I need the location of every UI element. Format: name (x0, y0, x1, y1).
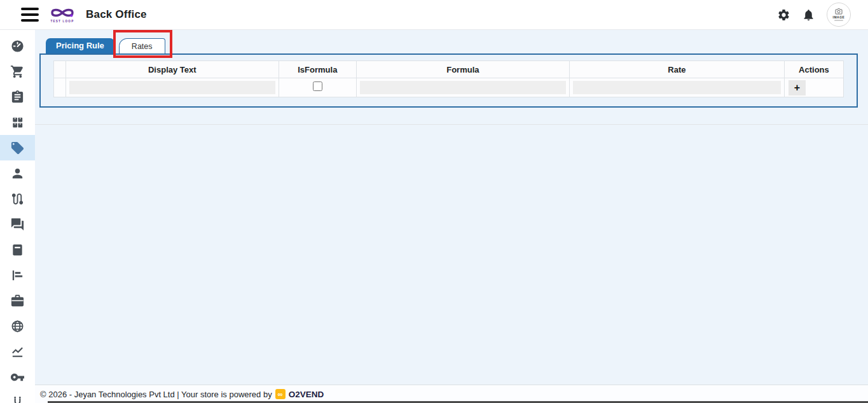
column-header-empty (54, 61, 66, 78)
page-title: Back Office (86, 8, 147, 21)
customer-person-icon (10, 166, 25, 181)
sidebar-item-catalog[interactable] (0, 237, 35, 262)
copyright-text: © 2026 - Jeyan Technologies Pvt Ltd | Yo… (40, 390, 272, 399)
display-text-input[interactable] (69, 81, 275, 94)
column-header-formula: Formula (356, 61, 569, 78)
price-tag-icon (10, 141, 25, 155)
sidebar-item-routes[interactable] (0, 186, 35, 211)
app-logo[interactable]: TEST LOOP (48, 5, 76, 24)
notifications-bell-icon[interactable] (802, 8, 815, 22)
rates-table: Display Text IsFormula Formula Rate Acti… (53, 60, 844, 97)
table-row: + (54, 78, 844, 97)
pricing-rule-panel: Display Text IsFormula Formula Rate Acti… (39, 53, 858, 108)
tab-pricing-rule[interactable]: Pricing Rule (46, 38, 114, 53)
line-chart-icon (10, 344, 25, 359)
sidebar-item-cart[interactable] (0, 59, 35, 84)
column-header-actions: Actions (784, 61, 843, 78)
sidebar-item-messages[interactable] (0, 211, 35, 237)
avatar-caption-line (834, 20, 843, 21)
hamburger-menu-icon[interactable] (21, 8, 39, 22)
user-avatar-placeholder[interactable]: IMAGE (827, 3, 851, 27)
chat-bubbles-icon (10, 217, 25, 232)
sidebar-item-reports[interactable] (0, 262, 35, 288)
row-select-cell (54, 78, 66, 97)
sidebar-item-business[interactable] (0, 288, 35, 313)
sidebar-item-dashboard[interactable] (0, 33, 35, 59)
sidebar-item-customers[interactable] (0, 160, 35, 186)
formula-input[interactable] (360, 81, 566, 94)
logo-text: TEST LOOP (51, 20, 74, 23)
o2vend-logo-icon: ∞ (275, 389, 286, 399)
bar-chart-icon (10, 268, 25, 283)
book-icon (10, 243, 25, 257)
main-content: Pricing Rule Rates Display Text (35, 30, 868, 385)
table-header-row: Display Text IsFormula Formula Rate Acti… (54, 61, 844, 78)
tab-bar: Pricing Rule Rates (46, 38, 868, 53)
footer: © 2026 - Jeyan Technologies Pvt Ltd | Yo… (35, 385, 868, 403)
plug-icon (10, 395, 25, 403)
content-divider (35, 124, 868, 125)
sidebar (0, 30, 35, 403)
gauge-dashboard-icon (10, 39, 25, 53)
rate-input[interactable] (573, 81, 781, 94)
order-document-icon (10, 90, 25, 104)
brand-name[interactable]: O2VEND (289, 390, 324, 399)
sidebar-item-products[interactable] (0, 110, 35, 135)
sidebar-item-pricing[interactable] (0, 135, 35, 160)
infinity-logo-icon: TEST LOOP (48, 5, 76, 24)
sidebar-item-web[interactable] (0, 313, 35, 339)
top-header: TEST LOOP Back Office IMAGE (0, 0, 868, 30)
sidebar-item-security[interactable] (0, 364, 35, 390)
column-header-display-text: Display Text (65, 61, 279, 78)
column-header-rate: Rate (570, 61, 785, 78)
avatar-label: IMAGE (833, 15, 845, 19)
packages-icon (10, 115, 25, 130)
route-icon (10, 192, 25, 206)
sidebar-item-integrations[interactable] (0, 390, 35, 403)
sidebar-item-orders[interactable] (0, 84, 35, 110)
briefcase-icon (10, 293, 25, 308)
globe-icon (10, 319, 25, 334)
settings-gear-icon[interactable] (777, 8, 790, 22)
isformula-checkbox[interactable] (313, 81, 322, 91)
column-header-isformula: IsFormula (279, 61, 356, 78)
tab-rates[interactable]: Rates (119, 38, 165, 53)
add-row-button[interactable]: + (789, 80, 806, 95)
sidebar-item-analytics[interactable] (0, 339, 35, 364)
camera-icon (835, 8, 843, 15)
key-icon (10, 370, 25, 385)
shopping-cart-icon (10, 64, 25, 79)
